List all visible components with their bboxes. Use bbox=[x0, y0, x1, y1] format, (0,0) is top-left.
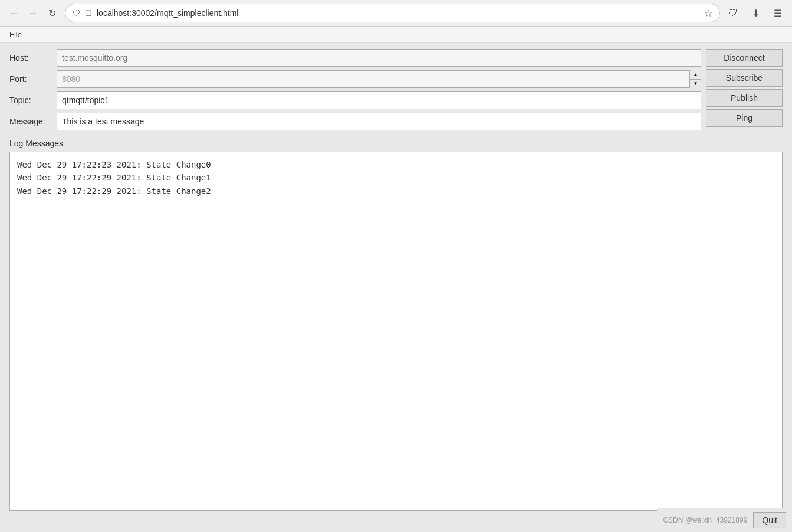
shield-icon: 🛡 bbox=[73, 9, 80, 18]
port-decrement-button[interactable]: ▼ bbox=[690, 80, 701, 88]
topic-label: Topic: bbox=[9, 96, 57, 105]
port-container: ▲ ▼ bbox=[57, 70, 701, 88]
message-label: Message: bbox=[9, 117, 57, 126]
subscribe-button[interactable]: Subscribe bbox=[706, 69, 783, 87]
port-row: Port: ▲ ▼ bbox=[9, 70, 701, 88]
topic-row: Topic: bbox=[9, 91, 701, 109]
browser-chrome: ← → ↻ 🛡 ☐ localhost:30002/mqtt_simplecli… bbox=[0, 0, 792, 27]
watermark-text: CSDN @weixin_43921899 bbox=[663, 516, 747, 524]
disconnect-button[interactable]: Disconnect bbox=[706, 49, 783, 67]
quit-button[interactable]: Quit bbox=[753, 512, 786, 528]
log-line: Wed Dec 29 17:22:29 2021: State Change2 bbox=[17, 185, 775, 198]
bottom-bar: CSDN @weixin_43921899 Quit bbox=[657, 508, 792, 532]
topic-input[interactable] bbox=[57, 91, 701, 109]
log-box: Wed Dec 29 17:22:23 2021: State Change0W… bbox=[9, 152, 783, 511]
nav-buttons: ← → ↻ bbox=[6, 5, 60, 21]
page-icon: ☐ bbox=[85, 9, 92, 18]
address-bar-container: 🛡 ☐ localhost:30002/mqtt_simpleclient.ht… bbox=[65, 4, 720, 22]
bookmark-button[interactable]: ☆ bbox=[704, 8, 712, 19]
spinner-buttons: ▲ ▼ bbox=[689, 70, 701, 88]
browser-right-icons: 🛡 ⬇ ☰ bbox=[725, 5, 786, 21]
back-button[interactable]: ← bbox=[6, 5, 22, 21]
port-input[interactable] bbox=[57, 70, 701, 88]
port-increment-button[interactable]: ▲ bbox=[690, 70, 701, 80]
browser-menu-button[interactable]: ☰ bbox=[770, 5, 786, 21]
extension-icon-button[interactable]: 🛡 bbox=[725, 5, 741, 21]
log-line: Wed Dec 29 17:22:29 2021: State Change1 bbox=[17, 171, 775, 184]
file-menu[interactable]: File bbox=[5, 29, 27, 40]
log-line: Wed Dec 29 17:22:23 2021: State Change0 bbox=[17, 158, 775, 171]
message-input[interactable] bbox=[57, 113, 701, 130]
main-content: Host: Port: ▲ ▼ Topic: bbox=[0, 43, 792, 532]
publish-button[interactable]: Publish bbox=[706, 89, 783, 107]
message-row: Message: bbox=[9, 113, 701, 130]
ping-button[interactable]: Ping bbox=[706, 109, 783, 127]
log-section-label: Log Messages bbox=[9, 139, 783, 148]
forward-button[interactable]: → bbox=[25, 5, 41, 21]
host-row: Host: bbox=[9, 49, 701, 67]
form-rows: Host: Port: ▲ ▼ Topic: bbox=[9, 49, 701, 134]
buttons-column: Disconnect Subscribe Publish Ping bbox=[706, 49, 783, 129]
port-label: Port: bbox=[9, 74, 57, 84]
host-label: Host: bbox=[9, 53, 57, 63]
host-input[interactable] bbox=[57, 49, 701, 67]
form-section: Host: Port: ▲ ▼ Topic: bbox=[9, 49, 783, 134]
address-text: localhost:30002/mqtt_simpleclient.html bbox=[97, 8, 699, 18]
download-button[interactable]: ⬇ bbox=[747, 5, 764, 21]
reload-button[interactable]: ↻ bbox=[44, 5, 60, 21]
menu-bar: File bbox=[0, 27, 792, 43]
